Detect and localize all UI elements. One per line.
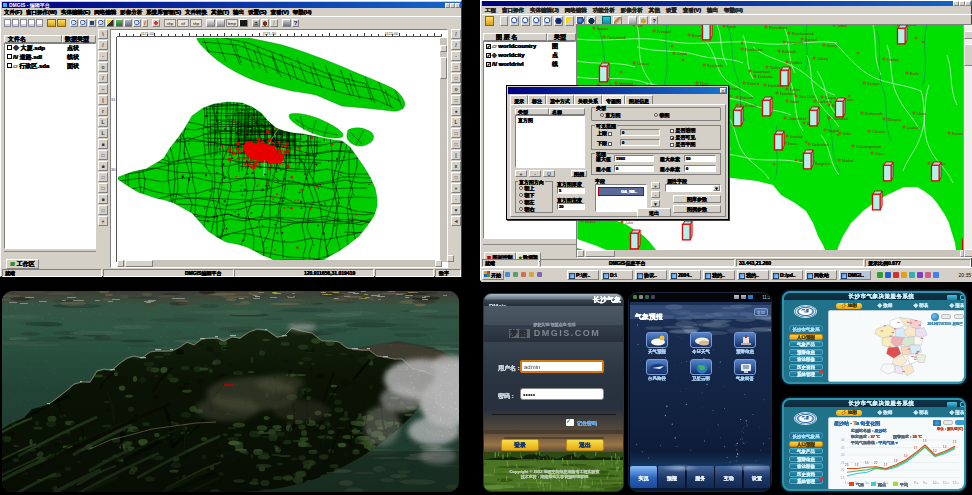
svg-text:Urumqi: Urumqi [887,58,899,62]
svg-text:Pakistan: Pakistan [740,96,753,100]
svg-text:3旬: 3旬 [865,481,870,485]
svg-text:Nagpur: Nagpur [828,129,840,133]
svg-text:Chelyabinsk: Chelyabinsk [607,36,626,40]
svg-text:9旬: 9旬 [923,481,928,485]
svg-text:Semey: Semey [827,44,837,48]
svg-text:Patna: Patna [845,98,854,102]
svg-text:10: 10 [933,449,937,453]
svg-text:30: 30 [841,453,845,457]
svg-text:Poona: Poona [788,142,798,146]
svg-text:Dushanbe: Dushanbe [758,75,773,79]
svg-text:15: 15 [841,476,845,480]
svg-text:19: 19 [894,459,898,463]
svg-text:13: 13 [923,439,927,443]
svg-text:17: 17 [914,446,918,450]
svg-text:13: 13 [943,445,947,449]
svg-text:Korla: Korla [910,72,919,76]
svg-text:10旬: 10旬 [933,481,939,485]
svg-text:Bishkek: Bishkek [790,61,803,65]
svg-text:Ahmedabad: Ahmedabad [788,117,806,121]
svg-text:Bombay: Bombay [790,135,803,139]
svg-text:Kabul: Kabul [747,82,756,86]
svg-text:20: 20 [841,468,845,472]
svg-text:12旬: 12旬 [953,481,959,485]
svg-text:Bangalore: Bangalore [815,162,831,166]
svg-text:Almaty: Almaty [817,57,828,61]
svg-text:Jaipur: Jaipur [790,100,800,104]
svg-text:Calcutta: Calcutta [872,130,885,134]
svg-text:New Delhi: New Delhi [799,95,816,99]
svg-text:Lhasa: Lhasa [917,112,926,116]
svg-text:17: 17 [884,463,888,467]
svg-text:Ufa: Ufa [637,25,643,28]
svg-text:Samarkand: Samarkand [753,70,770,74]
svg-text:Lucknow: Lucknow [818,100,833,104]
svg-text:Eritrea: Eritrea [585,220,596,224]
svg-text:Balkhash: Balkhash [782,50,796,54]
svg-text:Aralsk: Aralsk [677,52,687,56]
svg-text:India: India [843,132,851,136]
svg-text:15: 15 [953,440,957,444]
svg-text:40: 40 [841,438,845,442]
svg-text:Petropavl: Petropavl [657,30,672,34]
svg-text:Kanpur: Kanpur [825,96,837,100]
svg-text:Faisalabad: Faisalabad [780,92,796,96]
svg-text:Tomsk: Tomsk [837,25,847,28]
svg-text:Caspian: Caspian [637,62,649,66]
svg-text:Gauhati: Gauhati [907,126,919,130]
svg-text:Novosibirsk: Novosibirsk [769,26,788,30]
svg-text:Madras: Madras [842,159,854,163]
svg-text:15: 15 [865,461,869,465]
svg-text:35: 35 [841,446,845,450]
svg-text:Omsk: Omsk [727,25,736,29]
svg-text:Barnaul: Barnaul [805,38,817,42]
svg-text:Samara: Samara [597,27,609,31]
svg-text:Dacca: Dacca [875,152,885,156]
svg-text:Kyzylorda: Kyzylorda [707,64,723,68]
svg-text:13: 13 [855,463,859,467]
svg-text:Thimphu: Thimphu [887,118,901,122]
svg-text:Vishakhapatnam: Vishakhapatnam [856,145,881,149]
svg-text:Karaganda: Karaganda [787,41,804,45]
svg-text:8旬: 8旬 [914,481,919,485]
svg-text:Aden: Aden [625,221,633,225]
svg-text:11旬: 11旬 [943,481,949,485]
svg-text:Hyderabad: Hyderabad [812,143,829,147]
svg-text:Kashgar: Kashgar [867,82,880,86]
svg-text:Novokuznetsk: Novokuznetsk [792,32,814,36]
svg-text:Allahabad: Allahabad [832,117,848,121]
svg-text:Kazakhstan: Kazakhstan [745,48,763,52]
svg-text:10: 10 [904,454,908,458]
svg-text:22: 22 [874,461,878,465]
svg-text:Kathmandu: Kathmandu [865,112,883,116]
svg-text:23: 23 [845,463,849,467]
